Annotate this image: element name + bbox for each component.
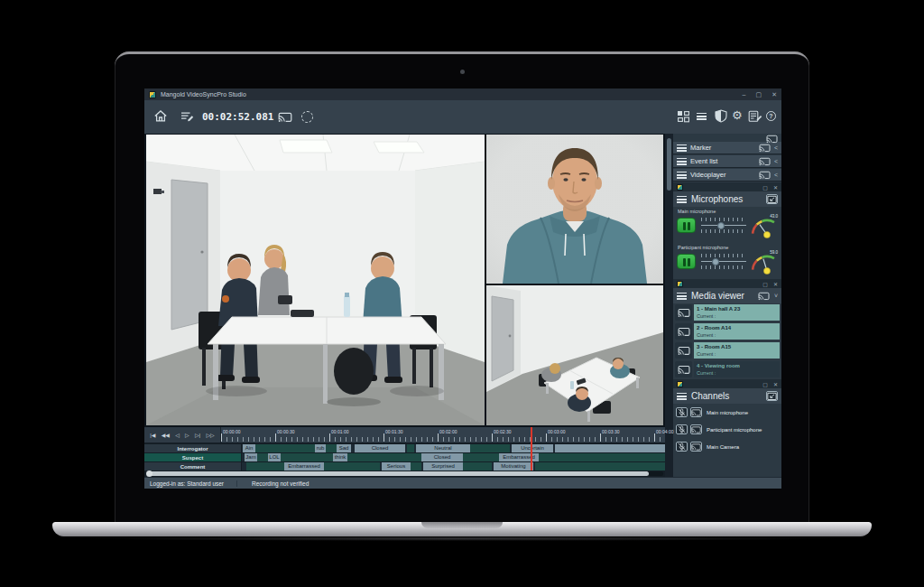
- timeline-segment[interactable]: [539, 453, 665, 461]
- menu-icon[interactable]: [697, 113, 707, 120]
- cast-icon[interactable]: [758, 292, 770, 301]
- playhead[interactable]: [531, 427, 532, 471]
- help-icon[interactable]: ?: [766, 111, 776, 121]
- transport-skip-to-start-button[interactable]: |◀: [150, 432, 155, 439]
- panel-videoplayer[interactable]: Videoplayer <: [673, 169, 781, 182]
- slider-thumb[interactable]: [717, 222, 725, 229]
- cast-icon[interactable]: [759, 144, 771, 153]
- timeline-segment[interactable]: Surprised: [423, 462, 463, 471]
- vertical-scrollbar-thumb[interactable]: [667, 138, 671, 191]
- cast-icon[interactable]: [690, 407, 702, 417]
- home-icon[interactable]: [153, 109, 168, 123]
- cast-icon[interactable]: [690, 442, 702, 452]
- slider-thumb[interactable]: [712, 258, 719, 266]
- track-label[interactable]: Interrogator: [144, 444, 242, 452]
- timeline-segment[interactable]: [555, 444, 665, 452]
- menu-icon[interactable]: [677, 293, 687, 300]
- horizontal-scrollbar[interactable]: [146, 471, 663, 476]
- vertical-scrollbar[interactable]: [665, 134, 673, 477]
- track-label[interactable]: Suspect: [144, 453, 242, 461]
- cast-icon[interactable]: [759, 157, 771, 166]
- chevron-left-icon[interactable]: <: [774, 172, 778, 178]
- pop-in-icon[interactable]: [766, 194, 778, 204]
- transport-play-button[interactable]: ▷: [185, 432, 189, 439]
- timeline-segment[interactable]: [463, 462, 492, 471]
- cast-icon[interactable]: [278, 112, 292, 123]
- protocol-form-icon[interactable]: [748, 110, 762, 122]
- cast-icon[interactable]: [690, 424, 702, 434]
- transport-fast-forward-button[interactable]: ▷▷: [206, 432, 214, 439]
- transport-step-forward-button[interactable]: ▷|: [195, 432, 200, 439]
- mic-muted-icon[interactable]: [676, 442, 688, 452]
- menu-icon[interactable]: [677, 393, 687, 400]
- media-room-4[interactable]: 4 - Viewing room Current :: [675, 360, 780, 378]
- track-label[interactable]: Comment: [144, 462, 242, 471]
- restore-button[interactable]: ▢: [762, 381, 768, 387]
- timeline-segment[interactable]: [470, 444, 510, 452]
- video-overhead-room[interactable]: [486, 285, 663, 425]
- timeline-segment[interactable]: think: [333, 453, 347, 461]
- maximize-button[interactable]: ▢: [756, 91, 762, 98]
- mic-record-button[interactable]: [677, 254, 696, 269]
- panel-event-list[interactable]: Event list <: [673, 155, 781, 168]
- timeline-segment[interactable]: LOL: [268, 453, 281, 461]
- edit-list-icon[interactable]: [180, 111, 194, 122]
- restore-button[interactable]: ▢: [762, 281, 768, 287]
- timeline-segment[interactable]: [411, 462, 421, 471]
- horizontal-scrollbar-thumb[interactable]: [147, 471, 649, 476]
- video-closeup-suspect[interactable]: [486, 135, 663, 284]
- timeline-segment[interactable]: [463, 453, 499, 461]
- timeline-segment[interactable]: [326, 444, 337, 452]
- timeline-segment[interactable]: Sad: [337, 444, 351, 452]
- timeline-segment[interactable]: Motivating: [494, 462, 533, 471]
- timeline-segment[interactable]: Uncertain: [512, 444, 553, 452]
- layout-grid-icon[interactable]: [677, 110, 689, 123]
- close-button[interactable]: ✕: [773, 381, 778, 387]
- mic-muted-icon[interactable]: [676, 407, 688, 417]
- menu-icon[interactable]: [677, 196, 687, 203]
- transport-fast-rewind-button[interactable]: ◀◀: [162, 432, 170, 439]
- timeline-segment[interactable]: [407, 444, 414, 452]
- close-button[interactable]: ✕: [773, 281, 778, 287]
- timeline-segment[interactable]: Embarrassed: [284, 462, 324, 471]
- panel-marker[interactable]: Marker <: [673, 142, 781, 154]
- timeline-segment[interactable]: [246, 462, 284, 471]
- mic-volume-slider[interactable]: [701, 254, 746, 269]
- settings-gear-icon[interactable]: ⚙: [732, 109, 743, 121]
- timeline-segment[interactable]: [347, 453, 421, 461]
- timeline-segment[interactable]: [535, 462, 665, 471]
- timeline-segment[interactable]: [255, 444, 315, 452]
- timeline-segment[interactable]: [281, 453, 333, 461]
- panel-app-icon: [677, 281, 683, 287]
- chevron-down-icon[interactable]: ˅: [774, 293, 778, 299]
- close-button[interactable]: ✕: [773, 184, 778, 191]
- minimize-button[interactable]: –: [743, 91, 746, 98]
- cast-icon[interactable]: [766, 135, 778, 144]
- media-room-2[interactable]: 2 - Room A14 Current :: [675, 322, 780, 340]
- shield-icon[interactable]: [714, 109, 728, 123]
- chevron-left-icon[interactable]: <: [774, 158, 778, 164]
- mic-volume-slider[interactable]: [701, 218, 746, 233]
- chevron-left-icon[interactable]: <: [774, 144, 778, 151]
- mic-record-button[interactable]: [677, 218, 696, 233]
- close-button[interactable]: ✕: [772, 91, 777, 98]
- media-room-1[interactable]: 1 - Main hall A 23 Current :: [675, 303, 780, 321]
- timeline-segment[interactable]: Ain: [243, 444, 255, 452]
- timeline-segment[interactable]: [257, 453, 268, 461]
- mic-muted-icon[interactable]: [676, 424, 688, 434]
- pop-in-icon[interactable]: [766, 391, 778, 401]
- restore-button[interactable]: ▢: [762, 184, 768, 191]
- transport-step-back-button[interactable]: ◁: [175, 432, 180, 439]
- timeline-segment[interactable]: Neutral: [416, 444, 470, 452]
- cast-icon[interactable]: [759, 171, 771, 180]
- timeline-segment[interactable]: Jam: [245, 453, 257, 461]
- timeline-segment[interactable]: rub: [315, 444, 326, 452]
- timeline-segment[interactable]: Embarrassed: [499, 453, 539, 461]
- timeline-segment[interactable]: [324, 462, 380, 471]
- timeline-ruler[interactable]: 00:00:0000:00:3000:01:0000:01:3000:02:00…: [221, 427, 665, 443]
- media-room-3[interactable]: 3 - Room A15 Current :: [675, 341, 780, 359]
- timeline-segment[interactable]: Closed: [421, 453, 463, 461]
- timeline-segment[interactable]: Closed: [355, 444, 405, 452]
- video-main-hall[interactable]: [146, 135, 485, 425]
- timeline-segment[interactable]: Serious: [382, 462, 411, 471]
